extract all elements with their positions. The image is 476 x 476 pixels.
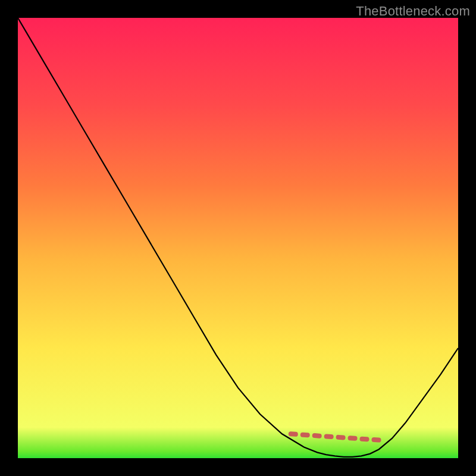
plot-gradient-background xyxy=(18,18,458,458)
watermark-text: TheBottleneck.com xyxy=(356,4,470,19)
chart-container: TheBottleneck.com xyxy=(0,0,476,476)
